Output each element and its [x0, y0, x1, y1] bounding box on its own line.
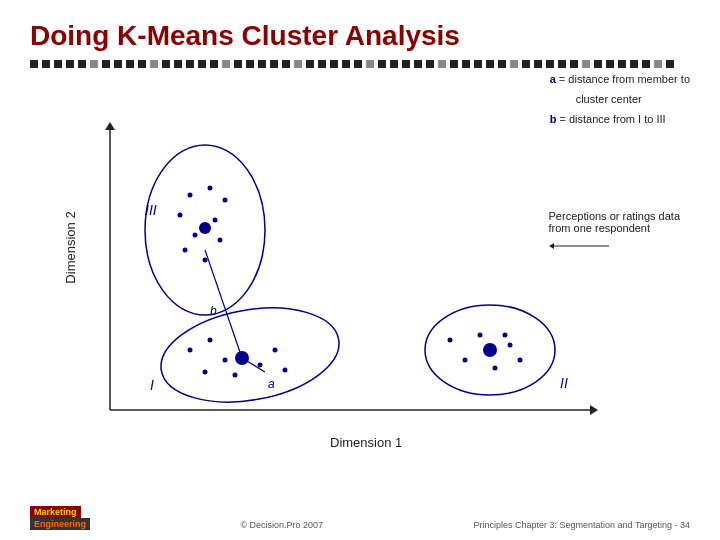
dimension1-label: Dimension 1 — [330, 435, 402, 450]
callout-line1: Perceptions or ratings data — [549, 210, 680, 222]
b-label: b — [210, 304, 217, 318]
svg-point-15 — [154, 295, 347, 415]
footer: Marketing Engineering © Decision.Pro 200… — [0, 506, 720, 530]
svg-point-8 — [178, 213, 183, 218]
svg-point-23 — [283, 368, 288, 373]
legend-a-desc1: distance from member to — [568, 73, 690, 85]
callout: Perceptions or ratings data from one res… — [549, 210, 680, 256]
svg-marker-1 — [105, 122, 115, 130]
svg-point-13 — [203, 258, 208, 263]
diagram-container: Dimension 2 III — [30, 120, 690, 450]
svg-point-31 — [518, 358, 523, 363]
cluster2-label: II — [560, 375, 568, 391]
legend-a-cont: cluster center — [576, 90, 690, 110]
svg-point-30 — [508, 343, 513, 348]
svg-point-7 — [223, 198, 228, 203]
svg-point-10 — [193, 233, 198, 238]
svg-point-20 — [233, 373, 238, 378]
footer-logo: Marketing Engineering — [30, 506, 90, 530]
svg-point-32 — [503, 333, 508, 338]
svg-point-19 — [203, 370, 208, 375]
a-label: a — [268, 377, 275, 391]
svg-point-28 — [478, 333, 483, 338]
cluster3-label: III — [145, 202, 157, 218]
svg-point-18 — [223, 358, 228, 363]
callout-line2: from one respondent — [549, 222, 680, 234]
slide-title: Doing K-Means Cluster Analysis — [30, 20, 690, 52]
svg-point-6 — [208, 186, 213, 191]
logo-engineering: Engineering — [30, 518, 90, 530]
svg-point-33 — [483, 343, 497, 357]
divider — [30, 60, 690, 68]
svg-point-27 — [463, 358, 468, 363]
svg-point-11 — [218, 238, 223, 243]
svg-point-22 — [273, 348, 278, 353]
svg-point-14 — [199, 222, 211, 234]
legend-a-equals: = — [559, 73, 565, 85]
footer-principles: Principles Chapter 3: Segmentation and T… — [474, 520, 690, 530]
svg-marker-37 — [549, 243, 554, 249]
slide: Doing K-Means Cluster Analysis a = dista… — [0, 0, 720, 540]
svg-point-21 — [258, 363, 263, 368]
footer-copyright: © Decision.Pro 2007 — [240, 520, 323, 530]
legend-a-desc2: cluster center — [576, 93, 642, 105]
svg-point-29 — [493, 366, 498, 371]
logo-marketing: Marketing — [30, 506, 81, 518]
cluster1-label: I — [150, 377, 154, 393]
svg-point-17 — [208, 338, 213, 343]
legend-a-label: a — [550, 73, 556, 85]
legend-a: a = distance from member to — [550, 70, 690, 90]
callout-arrow — [549, 236, 629, 256]
svg-point-16 — [188, 348, 193, 353]
svg-point-26 — [448, 338, 453, 343]
diagram-svg: III I — [50, 120, 690, 440]
svg-point-12 — [183, 248, 188, 253]
svg-point-5 — [188, 193, 193, 198]
svg-point-9 — [213, 218, 218, 223]
svg-marker-3 — [590, 405, 598, 415]
